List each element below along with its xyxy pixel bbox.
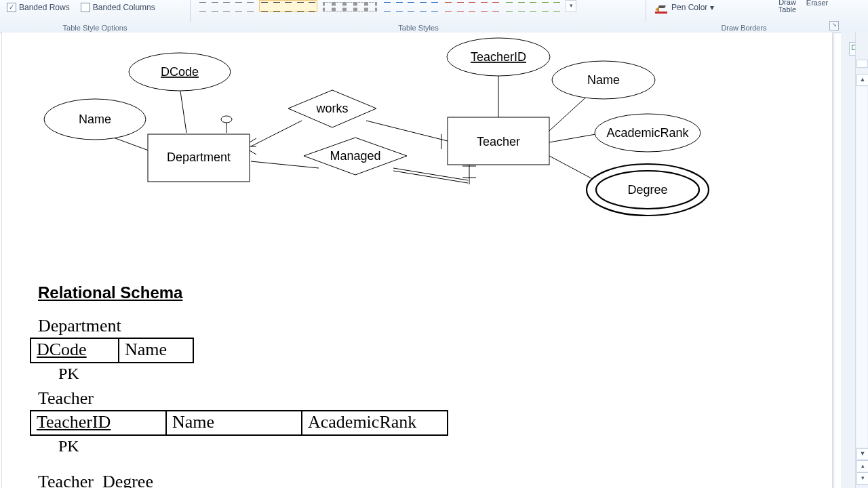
svg-text:Teacher: Teacher [477,135,520,148]
teacher-table[interactable]: TeacherID Name AcademicRank [30,410,448,436]
table-name: Department [38,316,462,336]
checkbox-icon: ✓ [7,3,16,12]
table-style[interactable] [382,1,439,12]
table-style[interactable] [505,1,561,12]
chevron-down-icon: ▾ [710,3,714,12]
svg-line-2 [251,121,302,146]
banded-rows-label: Banded Rows [19,3,70,12]
vertical-scrollbar[interactable]: ▲ ▼ ▴ ▾ [855,33,868,488]
checkbox-icon [81,3,90,12]
department-table[interactable]: DCode Name [30,338,194,363]
svg-text:works: works [315,102,348,115]
scroll-up-icon[interactable]: ▲ [856,74,868,86]
svg-line-4 [251,161,319,168]
svg-line-6 [393,171,468,183]
svg-text:TeacherID: TeacherID [471,50,526,64]
group-caption: Table Styles [191,24,646,32]
pen-icon [655,1,667,11]
svg-text:DCode: DCode [161,65,199,79]
eraser-button[interactable]: Eraser [804,0,830,7]
group-caption: Table Style Options [0,24,190,32]
svg-text:Name: Name [587,73,620,87]
group-caption: Draw Borders [647,24,841,32]
svg-line-8 [549,94,590,131]
group-table-styles: ▾ Table Styles [191,0,646,33]
document-area[interactable]: Department Teacher works Managed Name DC… [0,33,842,488]
banded-columns-label: Banded Columns [93,3,155,12]
table-name: Teacher [38,388,462,409]
banded-columns-checkbox[interactable]: Banded Columns [81,3,155,12]
svg-text:Name: Name [79,113,111,126]
banded-rows-checkbox[interactable]: ✓ Banded Rows [7,3,70,12]
svg-point-11 [221,116,232,123]
pen-color-button[interactable] [655,1,667,14]
scroll-down-icon[interactable]: ▼ [856,448,868,460]
relational-schema: Relational Schema Department DCode Name … [38,283,462,488]
svg-text:Managed: Managed [330,149,380,163]
pen-color-label[interactable]: Pen Color ▾ [671,3,714,12]
svg-line-1 [180,87,186,133]
table-styles-more[interactable]: ▾ [566,0,576,12]
scroll-track[interactable] [856,87,867,447]
split-handle[interactable] [856,60,868,68]
table-style[interactable] [321,1,378,12]
svg-text:AcademicRank: AcademicRank [606,126,689,140]
pk-label: PK [38,365,462,383]
er-diagram: Department Teacher works Managed Name DC… [0,33,841,263]
svg-line-5 [393,168,468,180]
svg-text:Degree: Degree [627,183,667,197]
schema-title: Relational Schema [38,283,462,302]
table-style-selected[interactable] [259,0,317,12]
table-style[interactable] [198,1,255,12]
svg-text:Department: Department [167,150,231,164]
group-style-options: ✓ Banded Rows Banded Columns Table Style… [0,0,190,33]
svg-line-3 [366,121,448,141]
table-style[interactable] [443,1,500,12]
ribbon: ✓ Banded Rows Banded Columns Table Style… [0,0,868,33]
draw-table-button[interactable]: Draw Table [773,0,802,14]
pk-label: PK [38,437,462,455]
prev-page-icon[interactable]: ▴ [856,460,868,472]
table-name: Teacher_Degree [38,472,462,488]
dialog-launcher[interactable]: ↘ [829,21,839,30]
group-draw-borders: Pen Color ▾ Draw Table Eraser Draw Borde… [647,0,841,33]
next-page-icon[interactable]: ▾ [856,472,868,485]
